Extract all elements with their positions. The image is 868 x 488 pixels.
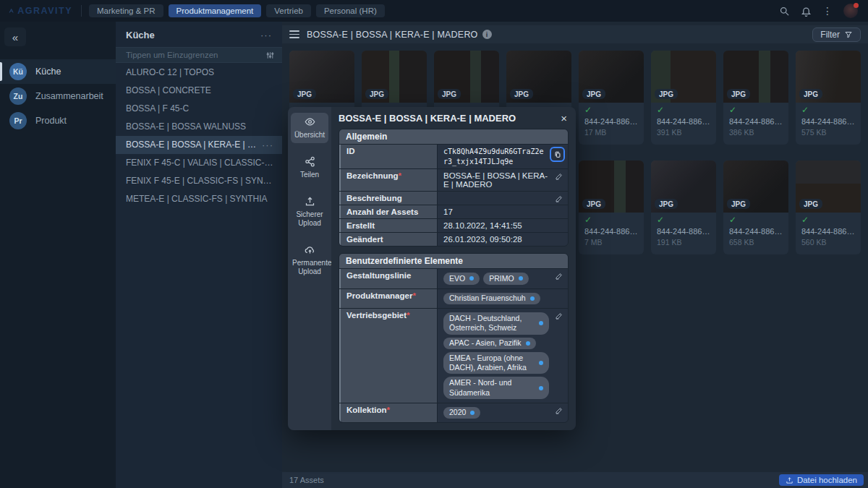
asset-card[interactable]: JPG✓844-244-886-2...7 MB [579, 160, 644, 254]
asset-card[interactable]: JPG✓844-244-886-2...386 KB [723, 51, 788, 145]
tab-permanenter-upload[interactable]: Permanenter Upload [291, 241, 328, 280]
field-row-produktmanager: Produktmanager* Christian Frauenschuh [339, 288, 568, 309]
tag-dot [469, 276, 474, 281]
sidebar-item-zusammenarbeit[interactable]: Zu Zusammenarbeit [0, 84, 116, 108]
edit-gestaltungslinie-button[interactable] [555, 272, 563, 281]
edit-kollektion-button[interactable] [555, 406, 563, 415]
collection-filter-row [116, 47, 282, 63]
user-avatar[interactable] [843, 4, 858, 18]
list-item[interactable]: BOSSA-E | BOSSA WALNUSS [116, 118, 282, 136]
required-marker: * [387, 406, 390, 414]
page-title: BOSSA-E | BOSSA | KERA-E | MADERO i [307, 30, 492, 40]
file-type-badge: JPG [727, 89, 750, 99]
field-value-bezeichnung: BOSSA-E | BOSSA | KERA-E | MADERO [438, 169, 568, 191]
edit-icon [555, 312, 563, 320]
field-label: Vertriebsgebiet* [339, 309, 438, 402]
collection-menu-icon[interactable]: ··· [260, 33, 272, 37]
file-type-badge: JPG [293, 89, 316, 99]
sidebar-item-produkt[interactable]: Pr Produkt [0, 108, 116, 133]
field-value-beschreibung [438, 192, 568, 205]
edit-bezeichnung-button[interactable] [555, 172, 563, 181]
required-marker: * [407, 311, 409, 320]
upload-file-button[interactable]: Datei hochladen [779, 474, 864, 486]
asset-card[interactable]: JPG✓844-244-886-2...191 KB [651, 160, 716, 254]
sidebar-item-label: Produkt [35, 116, 67, 126]
check-icon: ✓ [729, 215, 783, 226]
file-type-badge: JPG [582, 199, 605, 209]
edit-icon [555, 172, 563, 181]
tag-list: Christian Frauenschuh [443, 291, 549, 307]
bell-icon[interactable] [801, 6, 812, 17]
more-menu-icon[interactable]: ⋮ [822, 6, 833, 16]
list-item[interactable]: METEA-E | CLASSIC-FS | SYNTHIA [116, 190, 282, 208]
list-item[interactable]: BOSSA | CONCRETE [116, 82, 282, 100]
edit-icon [555, 272, 563, 281]
nav-sidebar: « Kü Küche Zu Zusammenarbeit Pr Produkt [0, 22, 116, 488]
list-item[interactable]: FENIX F 45-C | VALAIS | CLASSIC-FS [116, 154, 282, 172]
field-row-gestaltungslinie: Gestaltungslinie EVO PRIMO [339, 268, 568, 288]
field-label: ID [339, 145, 438, 168]
sort-filter-icon[interactable] [265, 51, 275, 60]
tab-label: Teilen [292, 171, 327, 179]
tab-teilen[interactable]: Teilen [291, 153, 328, 183]
check-icon: ✓ [801, 105, 855, 116]
list-item[interactable]: FENIX F 45-E | CLASSIC-FS | SYNTHIA [116, 172, 282, 190]
close-icon[interactable]: × [559, 113, 569, 124]
section-custom-elements: Benutzerdefinierte Elemente Gestaltungsl… [339, 253, 569, 423]
tab-uebersicht[interactable]: Übersicht [291, 113, 328, 143]
asset-card[interactable]: JPG✓844-244-886-2...17 MB [579, 51, 644, 145]
top-bar: AGRAVITY Marketing & PR Produktmanagemen… [0, 0, 868, 22]
check-icon: ✓ [657, 105, 710, 116]
content-header: BOSSA-E | BOSSA | KERA-E | MADERO i Filt… [282, 25, 868, 43]
tab-marketing-pr[interactable]: Marketing & PR [89, 4, 163, 17]
field-value-geaendert: 26.01.2023, 09:50:28 [438, 233, 568, 246]
item-menu-icon[interactable]: ··· [262, 143, 273, 147]
collapse-sidebar-button[interactable]: « [4, 27, 26, 46]
file-type-badge: JPG [799, 89, 822, 99]
edit-vertriebsgebiet-button[interactable] [555, 312, 563, 320]
asset-card[interactable]: JPG✓844-244-886-2...560 KB [796, 160, 861, 254]
copy-id-button[interactable] [550, 147, 565, 162]
field-row-geaendert: Geändert 26.01.2023, 09:50:28 [339, 232, 568, 246]
edit-beschreibung-button[interactable] [555, 194, 563, 203]
asset-filesize: 391 KB [657, 128, 710, 137]
list-item[interactable]: ALURO-C 12 | TOPOS [116, 64, 282, 82]
asset-card[interactable]: JPG✓844-244-886-2...658 KB [723, 160, 788, 254]
tab-produktmanagement[interactable]: Produktmanagement [169, 4, 262, 17]
collection-list: ALURO-C 12 | TOPOS BOSSA | CONCRETE BOSS… [116, 64, 282, 208]
asset-card[interactable]: JPG✓844-244-886-2...391 KB [651, 51, 716, 145]
asset-thumbnail: JPG [723, 51, 788, 103]
info-icon[interactable]: i [482, 30, 492, 39]
collection-filter-input[interactable] [126, 51, 261, 59]
list-item-selected[interactable]: BOSSA-E | BOSSA | KERA-E | MADERO ··· [116, 136, 282, 154]
tab-vertrieb[interactable]: Vertrieb [266, 4, 311, 17]
modal-tab-rail: Übersicht Teilen Sicherer Upload Permane… [288, 107, 331, 430]
brand-logo: AGRAVITY [0, 4, 81, 17]
field-label: Erstellt [339, 219, 438, 232]
list-item-label: BOSSA-E | BOSSA WALNUSS [126, 118, 246, 136]
list-item-label: METEA-E | CLASSIC-FS | SYNTHIA [126, 190, 268, 208]
search-icon[interactable] [779, 6, 790, 17]
zusammenarbeit-avatar: Zu [9, 87, 27, 105]
sidebar-item-kueche[interactable]: Kü Küche [0, 59, 116, 84]
tab-label: Permanenter Upload [292, 259, 327, 276]
asset-filesize: 7 MB [584, 238, 638, 247]
tag-dot [539, 386, 543, 390]
tab-sicherer-upload[interactable]: Sicherer Upload [291, 192, 328, 231]
upload-icon [786, 476, 793, 484]
filter-button[interactable]: Filter [812, 27, 861, 42]
asset-card[interactable]: JPG✓844-244-886-2...575 KB [796, 51, 861, 145]
sidebar-item-label: Küche [35, 67, 61, 77]
file-type-badge: JPG [365, 89, 388, 99]
asset-filename: 844-244-886-2... [801, 117, 855, 126]
asset-filename: 844-244-886-2... [584, 227, 638, 236]
tag-list: 2020 [443, 406, 549, 421]
tag: EVO [443, 273, 480, 285]
tab-personal-hr[interactable]: Personal (HR) [316, 4, 385, 17]
menu-icon[interactable] [289, 30, 299, 38]
field-value-anzahl: 17 [438, 205, 568, 218]
detail-modal: Übersicht Teilen Sicherer Upload Permane… [288, 107, 576, 430]
list-item[interactable]: BOSSA | F 45-C [116, 100, 282, 118]
field-row-kollektion: Kollektion* 2020 [339, 403, 568, 423]
upload-icon [305, 196, 315, 207]
